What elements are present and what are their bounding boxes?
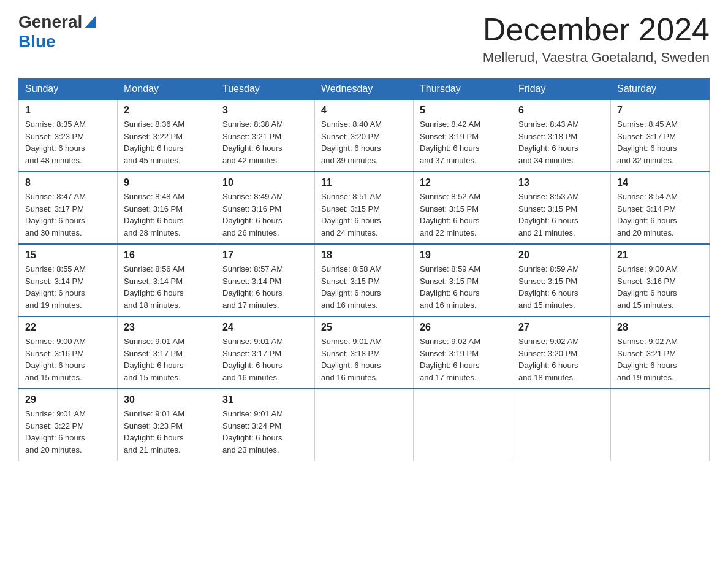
day-number: 29 <box>25 394 111 405</box>
logo-blue-text: Blue <box>18 32 56 51</box>
day-number: 19 <box>420 250 506 261</box>
day-info: Sunrise: 8:42 AM Sunset: 3:19 PM Dayligh… <box>420 118 506 166</box>
calendar-cell: 7 Sunrise: 8:45 AM Sunset: 3:17 PM Dayli… <box>611 100 710 172</box>
calendar-cell <box>512 389 611 461</box>
day-info: Sunrise: 8:58 AM Sunset: 3:15 PM Dayligh… <box>321 263 407 311</box>
day-number: 23 <box>124 322 210 333</box>
col-header-thursday: Thursday <box>414 79 512 100</box>
calendar-cell: 21 Sunrise: 9:00 AM Sunset: 3:16 PM Dayl… <box>611 244 710 316</box>
calendar-cell: 6 Sunrise: 8:43 AM Sunset: 3:18 PM Dayli… <box>512 100 611 172</box>
day-number: 30 <box>124 394 210 405</box>
day-info: Sunrise: 9:00 AM Sunset: 3:16 PM Dayligh… <box>25 335 111 383</box>
day-number: 8 <box>25 177 111 188</box>
day-number: 4 <box>321 105 407 116</box>
calendar-cell: 14 Sunrise: 8:54 AM Sunset: 3:14 PM Dayl… <box>611 172 710 244</box>
calendar-cell: 10 Sunrise: 8:49 AM Sunset: 3:16 PM Dayl… <box>216 172 315 244</box>
day-info: Sunrise: 8:45 AM Sunset: 3:17 PM Dayligh… <box>617 118 703 166</box>
month-year-title: December 2024 <box>483 12 710 47</box>
day-info: Sunrise: 8:53 AM Sunset: 3:15 PM Dayligh… <box>518 191 604 239</box>
calendar-cell: 2 Sunrise: 8:36 AM Sunset: 3:22 PM Dayli… <box>118 100 216 172</box>
day-info: Sunrise: 9:00 AM Sunset: 3:16 PM Dayligh… <box>617 263 703 311</box>
calendar-week-row: 22 Sunrise: 9:00 AM Sunset: 3:16 PM Dayl… <box>19 316 710 389</box>
calendar-cell: 31 Sunrise: 9:01 AM Sunset: 3:24 PM Dayl… <box>216 389 315 461</box>
calendar-cell: 3 Sunrise: 8:38 AM Sunset: 3:21 PM Dayli… <box>216 100 315 172</box>
logo-general-text: General <box>18 12 82 32</box>
day-info: Sunrise: 8:54 AM Sunset: 3:14 PM Dayligh… <box>617 191 703 239</box>
calendar-cell: 20 Sunrise: 8:59 AM Sunset: 3:15 PM Dayl… <box>512 244 611 316</box>
col-header-tuesday: Tuesday <box>216 79 315 100</box>
calendar-cell: 18 Sunrise: 8:58 AM Sunset: 3:15 PM Dayl… <box>315 244 414 316</box>
calendar-cell: 28 Sunrise: 9:02 AM Sunset: 3:21 PM Dayl… <box>611 316 710 389</box>
calendar-cell: 16 Sunrise: 8:56 AM Sunset: 3:14 PM Dayl… <box>118 244 216 316</box>
day-number: 17 <box>222 250 308 261</box>
calendar-cell: 19 Sunrise: 8:59 AM Sunset: 3:15 PM Dayl… <box>414 244 512 316</box>
day-info: Sunrise: 9:01 AM Sunset: 3:24 PM Dayligh… <box>222 408 308 456</box>
calendar-cell <box>315 389 414 461</box>
page-header: General Blue December 2024 Mellerud, Vae… <box>18 12 710 66</box>
day-number: 25 <box>321 322 407 333</box>
day-number: 13 <box>518 177 604 188</box>
day-info: Sunrise: 9:02 AM Sunset: 3:21 PM Dayligh… <box>617 335 703 383</box>
calendar-cell: 30 Sunrise: 9:01 AM Sunset: 3:23 PM Dayl… <box>118 389 216 461</box>
title-area: December 2024 Mellerud, Vaestra Goetalan… <box>483 12 710 66</box>
calendar-header-row: SundayMondayTuesdayWednesdayThursdayFrid… <box>19 79 710 100</box>
day-info: Sunrise: 9:01 AM Sunset: 3:17 PM Dayligh… <box>222 335 308 383</box>
day-number: 5 <box>420 105 506 116</box>
day-number: 10 <box>222 177 308 188</box>
day-number: 12 <box>420 177 506 188</box>
calendar-week-row: 29 Sunrise: 9:01 AM Sunset: 3:22 PM Dayl… <box>19 389 710 461</box>
col-header-saturday: Saturday <box>611 79 710 100</box>
calendar-cell: 12 Sunrise: 8:52 AM Sunset: 3:15 PM Dayl… <box>414 172 512 244</box>
day-info: Sunrise: 9:01 AM Sunset: 3:18 PM Dayligh… <box>321 335 407 383</box>
day-info: Sunrise: 8:49 AM Sunset: 3:16 PM Dayligh… <box>222 191 308 239</box>
calendar-cell <box>611 389 710 461</box>
calendar-week-row: 8 Sunrise: 8:47 AM Sunset: 3:17 PM Dayli… <box>19 172 710 244</box>
calendar-cell: 8 Sunrise: 8:47 AM Sunset: 3:17 PM Dayli… <box>19 172 118 244</box>
calendar-cell: 27 Sunrise: 9:02 AM Sunset: 3:20 PM Dayl… <box>512 316 611 389</box>
day-number: 6 <box>518 105 604 116</box>
day-info: Sunrise: 8:47 AM Sunset: 3:17 PM Dayligh… <box>25 191 111 239</box>
day-number: 3 <box>222 105 308 116</box>
calendar-cell: 26 Sunrise: 9:02 AM Sunset: 3:19 PM Dayl… <box>414 316 512 389</box>
day-number: 1 <box>25 105 111 116</box>
day-info: Sunrise: 9:01 AM Sunset: 3:22 PM Dayligh… <box>25 408 111 456</box>
col-header-sunday: Sunday <box>19 79 118 100</box>
day-info: Sunrise: 8:55 AM Sunset: 3:14 PM Dayligh… <box>25 263 111 311</box>
calendar-week-row: 1 Sunrise: 8:35 AM Sunset: 3:23 PM Dayli… <box>19 100 710 172</box>
day-info: Sunrise: 9:01 AM Sunset: 3:23 PM Dayligh… <box>124 408 210 456</box>
day-info: Sunrise: 8:59 AM Sunset: 3:15 PM Dayligh… <box>518 263 604 311</box>
day-number: 28 <box>617 322 703 333</box>
calendar-cell: 17 Sunrise: 8:57 AM Sunset: 3:14 PM Dayl… <box>216 244 315 316</box>
logo-triangle-icon <box>85 16 96 28</box>
day-number: 11 <box>321 177 407 188</box>
day-number: 22 <box>25 322 111 333</box>
day-number: 18 <box>321 250 407 261</box>
day-info: Sunrise: 8:51 AM Sunset: 3:15 PM Dayligh… <box>321 191 407 239</box>
calendar-cell: 15 Sunrise: 8:55 AM Sunset: 3:14 PM Dayl… <box>19 244 118 316</box>
calendar-cell: 9 Sunrise: 8:48 AM Sunset: 3:16 PM Dayli… <box>118 172 216 244</box>
calendar-cell: 25 Sunrise: 9:01 AM Sunset: 3:18 PM Dayl… <box>315 316 414 389</box>
day-number: 26 <box>420 322 506 333</box>
day-info: Sunrise: 8:35 AM Sunset: 3:23 PM Dayligh… <box>25 118 111 166</box>
day-number: 16 <box>124 250 210 261</box>
day-number: 14 <box>617 177 703 188</box>
day-number: 2 <box>124 105 210 116</box>
day-info: Sunrise: 8:43 AM Sunset: 3:18 PM Dayligh… <box>518 118 604 166</box>
day-number: 24 <box>222 322 308 333</box>
day-info: Sunrise: 8:56 AM Sunset: 3:14 PM Dayligh… <box>124 263 210 311</box>
location-subtitle: Mellerud, Vaestra Goetaland, Sweden <box>483 50 710 66</box>
calendar-cell: 1 Sunrise: 8:35 AM Sunset: 3:23 PM Dayli… <box>19 100 118 172</box>
svg-marker-0 <box>85 16 96 28</box>
day-info: Sunrise: 8:40 AM Sunset: 3:20 PM Dayligh… <box>321 118 407 166</box>
calendar-cell: 11 Sunrise: 8:51 AM Sunset: 3:15 PM Dayl… <box>315 172 414 244</box>
col-header-wednesday: Wednesday <box>315 79 414 100</box>
calendar-cell: 13 Sunrise: 8:53 AM Sunset: 3:15 PM Dayl… <box>512 172 611 244</box>
calendar-table: SundayMondayTuesdayWednesdayThursdayFrid… <box>18 78 710 461</box>
col-header-friday: Friday <box>512 79 611 100</box>
day-number: 21 <box>617 250 703 261</box>
day-info: Sunrise: 8:59 AM Sunset: 3:15 PM Dayligh… <box>420 263 506 311</box>
day-number: 7 <box>617 105 703 116</box>
day-info: Sunrise: 8:52 AM Sunset: 3:15 PM Dayligh… <box>420 191 506 239</box>
day-info: Sunrise: 9:02 AM Sunset: 3:19 PM Dayligh… <box>420 335 506 383</box>
day-info: Sunrise: 8:36 AM Sunset: 3:22 PM Dayligh… <box>124 118 210 166</box>
